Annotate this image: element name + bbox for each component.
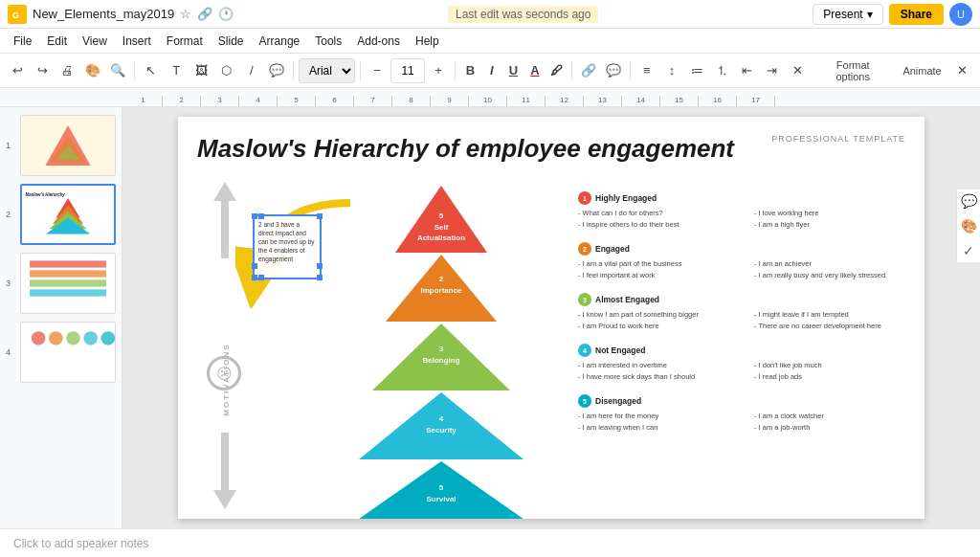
speaker-notes-placeholder: Click to add speaker notes — [13, 537, 148, 550]
link-button[interactable]: 🔗 — [576, 58, 599, 83]
themes-icon[interactable]: 🎨 — [957, 214, 980, 237]
italic-button[interactable]: I — [482, 60, 501, 81]
ruler-tick: 5 — [278, 96, 316, 106]
comment-button[interactable]: 💬 — [265, 58, 288, 83]
resize-handle-tr[interactable] — [317, 213, 323, 219]
present-button[interactable]: Present ▾ — [813, 4, 882, 25]
eng-num-5: 5 — [578, 394, 591, 408]
check-icon[interactable]: ✓ — [957, 239, 980, 262]
line-button[interactable]: / — [240, 58, 263, 83]
menu-addons[interactable]: Add-ons — [351, 33, 406, 50]
drive-icon[interactable]: 🔗 — [197, 7, 212, 21]
numbered-list-button[interactable]: ⒈ — [710, 58, 733, 83]
svg-text:Survival: Survival — [426, 495, 456, 503]
indent-less-button[interactable]: ⇤ — [736, 58, 759, 83]
menu-arrange[interactable]: Arrange — [254, 33, 306, 50]
comments-icon[interactable]: 💬 — [957, 189, 980, 212]
ruler: 1 2 3 4 5 6 7 8 9 10 11 12 13 14 15 16 1… — [0, 88, 980, 107]
slide-item-2[interactable]: 2 Maslow's Hierarchy — [6, 184, 116, 245]
resize-handle-mr[interactable] — [317, 263, 323, 269]
resize-handle-bl[interactable] — [252, 275, 257, 280]
file-title[interactable]: New_Elements_may2019 — [33, 7, 174, 21]
slide-item-1[interactable]: 1 — [6, 115, 116, 176]
text-color-button[interactable]: A — [525, 60, 545, 81]
font-size-input[interactable] — [390, 58, 425, 83]
align-button[interactable]: ≡ — [635, 58, 658, 83]
resize-handle-tl[interactable] — [252, 213, 257, 219]
avatar[interactable]: U — [949, 3, 972, 26]
menu-file[interactable]: File — [8, 33, 37, 50]
resize-handle-tm[interactable] — [258, 213, 264, 219]
textbox-button[interactable]: T — [165, 58, 188, 83]
resize-handle-ml[interactable] — [252, 263, 257, 269]
save-message: Last edit was seconds ago — [448, 6, 598, 23]
engagement-item-4: 4 Not Engaged - I am interested in overt… — [578, 344, 911, 383]
slides-panel: 1 2 Maslow's Hierarchy — [0, 107, 122, 528]
menu-help[interactable]: Help — [410, 33, 445, 50]
ruler-tick: 9 — [431, 96, 469, 106]
slide-subtitle: PROFESSIONAL TEMPLATE — [771, 134, 905, 144]
font-size-increase[interactable]: + — [427, 58, 450, 83]
highlight-button[interactable]: 🖊 — [546, 60, 566, 81]
cursor-button[interactable]: ↖ — [140, 58, 163, 83]
ruler-tick: 16 — [699, 96, 737, 106]
underline-button[interactable]: U — [503, 60, 523, 81]
paint-format-button[interactable]: 🎨 — [81, 58, 104, 83]
indent-more-button[interactable]: ⇥ — [761, 58, 784, 83]
pyramid-chart: 5 Self Actualisation 2 Importance 3 Belo… — [326, 176, 556, 519]
slide-thumb-4[interactable] — [20, 322, 116, 383]
clear-format-button[interactable]: ✕ — [786, 58, 809, 83]
eng-num-2: 2 — [578, 242, 591, 256]
menu-format[interactable]: Format — [161, 33, 209, 50]
ruler-tick: 14 — [622, 96, 660, 106]
image-button[interactable]: 🖼 — [189, 58, 212, 83]
menu-edit[interactable]: Edit — [41, 33, 73, 50]
font-selector[interactable]: Arial — [299, 58, 355, 83]
svg-point-17 — [83, 331, 98, 345]
eng-title-5: Disengaged — [595, 396, 641, 406]
svg-text:Importance: Importance — [420, 286, 462, 295]
bold-button[interactable]: B — [460, 60, 479, 81]
svg-text:2: 2 — [439, 275, 444, 283]
menu-slide[interactable]: Slide — [212, 33, 250, 50]
eng-title-3: Almost Engaged — [595, 295, 659, 304]
eng-line: - I inspire others to do their best — [578, 219, 735, 231]
slide-canvas[interactable]: Maslow's Hierarchy of employee engagemen… — [178, 117, 924, 519]
present-chevron-icon[interactable]: ▾ — [867, 8, 873, 21]
speaker-notes[interactable]: Click to add speaker notes — [0, 528, 980, 557]
resize-handle-br[interactable] — [317, 275, 323, 280]
toolbar-close-button[interactable]: ✕ — [951, 58, 974, 83]
zoom-button[interactable]: 🔍 — [106, 58, 129, 83]
comment2-button[interactable]: 💬 — [602, 58, 625, 83]
ruler-tick: 1 — [124, 96, 163, 106]
svg-text:Maslow's Hierarchy: Maslow's Hierarchy — [25, 192, 65, 197]
format-options-button[interactable]: Format options — [813, 58, 893, 83]
history-icon[interactable]: 🕐 — [218, 7, 234, 21]
slide-thumb-1[interactable] — [20, 115, 116, 176]
resize-handle-bm[interactable] — [258, 275, 264, 280]
selection-box[interactable]: 2 and 3 have a direct Impact and can be … — [253, 214, 322, 279]
slide-item-3[interactable]: 3 — [6, 253, 116, 314]
canvas-area[interactable]: 💬 🎨 ✓ Maslow's Hierarchy of employee eng… — [122, 107, 980, 528]
undo-button[interactable]: ↩ — [6, 58, 29, 83]
shape-button[interactable]: ⬡ — [214, 58, 237, 83]
svg-text:4: 4 — [439, 414, 444, 423]
slide-thumb-3[interactable] — [20, 253, 116, 314]
menu-insert[interactable]: Insert — [117, 33, 157, 50]
svg-text:Actualisation: Actualisation — [417, 234, 465, 242]
star-icon[interactable]: ☆ — [180, 7, 191, 21]
menu-tools[interactable]: Tools — [309, 33, 347, 50]
slide-item-4[interactable]: 4 — [6, 322, 116, 383]
font-size-decrease[interactable]: − — [366, 58, 389, 83]
eng-line: - I am leaving when I can — [578, 422, 735, 434]
menu-view[interactable]: View — [77, 33, 113, 50]
animate-button[interactable]: Animate — [895, 58, 948, 83]
slide-num-4: 4 — [6, 347, 16, 357]
slide-thumb-2[interactable]: Maslow's Hierarchy — [20, 184, 116, 245]
share-button[interactable]: Share — [889, 4, 944, 25]
redo-button[interactable]: ↪ — [31, 58, 54, 83]
svg-rect-10 — [30, 260, 106, 267]
bullets-button[interactable]: ≔ — [685, 58, 708, 83]
line-spacing-button[interactable]: ↕ — [660, 58, 683, 83]
print-button[interactable]: 🖨 — [56, 58, 78, 83]
